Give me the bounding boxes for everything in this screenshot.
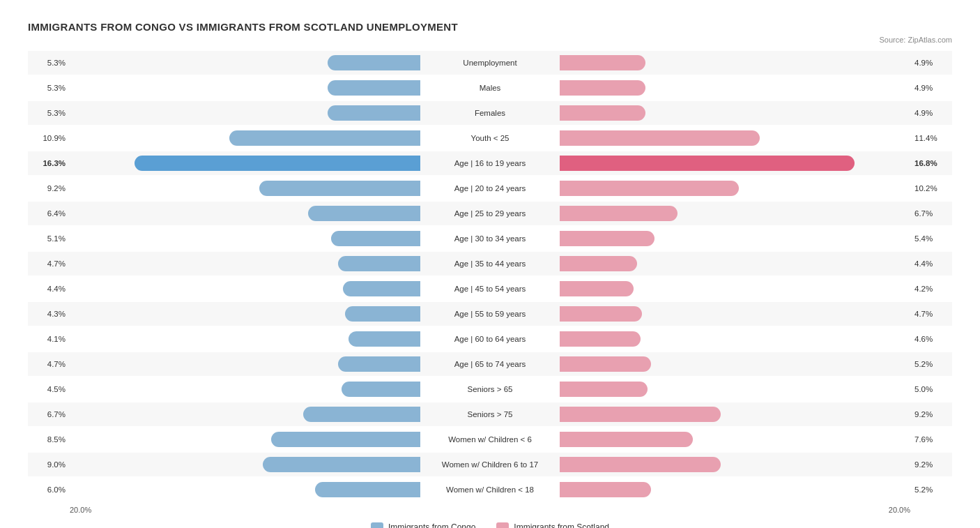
bar-pink [560, 382, 648, 397]
right-bar-container [560, 478, 910, 501]
left-value: 9.2% [28, 184, 70, 193]
right-bar-container [560, 302, 910, 326]
bars-wrapper: Age | 30 to 34 years [70, 227, 910, 250]
left-value: 5.3% [28, 84, 70, 92]
left-bar-container [70, 402, 420, 426]
row-label: Youth < 25 [420, 134, 560, 142]
left-value: 5.3% [28, 109, 70, 117]
left-bar-container [70, 377, 420, 401]
right-bar-container [560, 277, 910, 301]
left-value: 9.0% [28, 460, 70, 469]
bars-wrapper: Females [70, 101, 910, 125]
bar-blue [343, 281, 420, 296]
right-value: 9.2% [910, 410, 952, 418]
row-label: Age | 30 to 34 years [420, 234, 560, 243]
bar-blue [303, 407, 421, 422]
left-bar-container [70, 428, 420, 451]
bars-wrapper: Age | 16 to 19 years [70, 151, 910, 175]
right-bar-container [560, 51, 910, 75]
right-bar-container [560, 151, 910, 175]
bar-pink [560, 55, 645, 70]
table-row: 9.0% Women w/ Children 6 to 17 9.2% [28, 453, 952, 476]
table-row: 6.7% Seniors > 75 9.2% [28, 402, 952, 426]
left-value: 16.3% [28, 159, 70, 167]
bar-pink [560, 256, 637, 271]
left-bar-container [70, 176, 420, 200]
bar-pink [560, 105, 645, 121]
left-value: 6.4% [28, 209, 70, 218]
bars-wrapper: Age | 25 to 29 years [70, 202, 910, 225]
axis-spacer-left [28, 506, 70, 514]
bar-pink [560, 80, 645, 96]
right-bar-container [560, 76, 910, 100]
bar-pink [560, 281, 634, 296]
right-bar-container [560, 377, 910, 401]
right-bar-container [560, 227, 910, 250]
bar-blue [229, 130, 420, 146]
left-bar-container [70, 478, 420, 501]
right-value: 4.7% [910, 310, 952, 318]
left-bar-container [70, 227, 420, 250]
right-bar-container [560, 202, 910, 225]
table-row: 10.9% Youth < 25 11.4% [28, 126, 952, 150]
row-label: Age | 25 to 29 years [420, 209, 560, 218]
bar-blue [259, 181, 420, 196]
axis-center-spacer [420, 506, 560, 514]
left-value: 6.7% [28, 410, 70, 418]
chart-area: 5.3% Unemployment 4.9% 5.3% [28, 51, 952, 528]
bar-pink [560, 181, 739, 196]
legend-box-pink [496, 522, 509, 528]
bars-wrapper: Women w/ Children < 18 [70, 478, 910, 501]
table-row: 4.5% Seniors > 65 5.0% [28, 377, 952, 401]
axis-right-label: 20.0% [560, 506, 910, 514]
bar-blue [338, 356, 420, 372]
left-bar-container [70, 302, 420, 326]
legend-item-pink: Immigrants from Scotland [496, 522, 609, 528]
table-row: 9.2% Age | 20 to 24 years 10.2% [28, 176, 952, 200]
left-bar-container [70, 126, 420, 150]
right-value: 4.2% [910, 285, 952, 293]
right-bar-container [560, 453, 910, 476]
left-value: 4.7% [28, 360, 70, 368]
bar-blue [331, 231, 420, 246]
right-value: 5.2% [910, 485, 952, 494]
left-value: 4.1% [28, 335, 70, 343]
left-bar-container [70, 151, 420, 175]
left-value: 4.3% [28, 310, 70, 318]
right-bar-container [560, 402, 910, 426]
bars-wrapper: Women w/ Children 6 to 17 [70, 453, 910, 476]
row-label: Women w/ Children 6 to 17 [420, 460, 560, 469]
left-value: 4.4% [28, 285, 70, 293]
bar-blue [349, 331, 420, 347]
left-value: 5.1% [28, 234, 70, 243]
right-bar-container [560, 101, 910, 125]
left-bar-container [70, 327, 420, 351]
left-bar-container [70, 453, 420, 476]
row-label: Unemployment [420, 59, 560, 67]
axis-left-label: 20.0% [70, 506, 420, 514]
left-bar-container [70, 352, 420, 376]
table-row: 4.4% Age | 45 to 54 years 4.2% [28, 277, 952, 301]
legend-box-blue [371, 522, 383, 528]
bars-wrapper: Males [70, 76, 910, 100]
right-value: 16.8% [910, 159, 952, 167]
source-line: Source: ZipAtlas.com [28, 36, 952, 44]
row-label: Age | 60 to 64 years [420, 335, 560, 343]
left-bar-container [70, 252, 420, 276]
table-row: 4.1% Age | 60 to 64 years 4.6% [28, 327, 952, 351]
right-value: 10.2% [910, 184, 952, 193]
bar-blue [135, 156, 420, 171]
legend-item-blue: Immigrants from Congo [371, 522, 475, 528]
table-row: 5.1% Age | 30 to 34 years 5.4% [28, 227, 952, 250]
bar-blue [308, 206, 420, 221]
left-bar-container [70, 202, 420, 225]
bar-pink [560, 306, 642, 322]
right-value: 5.4% [910, 234, 952, 243]
left-value: 4.7% [28, 259, 70, 268]
legend: Immigrants from Congo Immigrants from Sc… [28, 522, 952, 528]
bar-blue [328, 55, 420, 70]
bar-pink [560, 206, 677, 221]
row-label: Males [420, 84, 560, 92]
right-value: 4.9% [910, 109, 952, 117]
row-label: Age | 35 to 44 years [420, 259, 560, 268]
